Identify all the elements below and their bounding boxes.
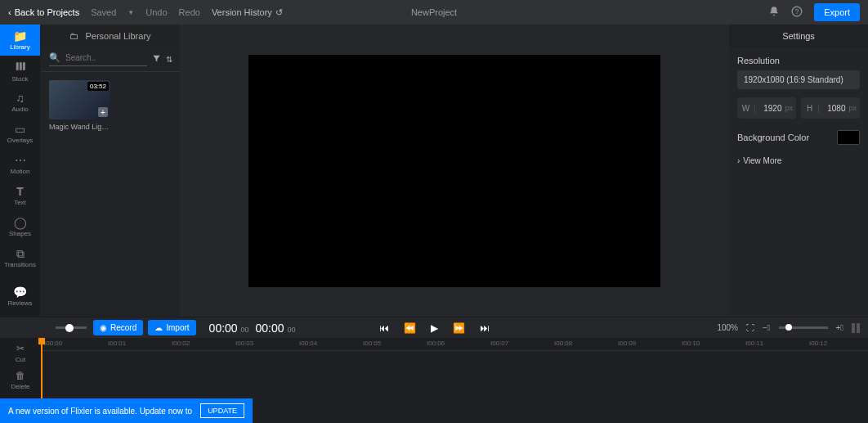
redo-button[interactable]: Redo: [179, 7, 200, 17]
zoom-thumb[interactable]: [785, 324, 792, 331]
resolution-label: Resolution: [737, 56, 860, 65]
timeline-tick: I00:12: [809, 340, 827, 347]
video-preview[interactable]: [248, 55, 660, 287]
media-clip[interactable]: 03:52 + Magic Wand Light...: [49, 80, 110, 131]
filter-icon[interactable]: [152, 54, 161, 65]
zoom-slider[interactable]: [779, 326, 828, 329]
cloud-icon: ☁: [154, 323, 163, 332]
scissors-icon: ✂: [16, 343, 25, 354]
version-history-label: Version History: [212, 7, 272, 17]
sidebar-item-audio[interactable]: ♫ Audio: [0, 87, 40, 118]
bg-color-swatch[interactable]: [837, 130, 860, 145]
width-field[interactable]: W 1920 px: [737, 97, 796, 119]
version-history-button[interactable]: Version History ↺: [212, 7, 283, 18]
width-unit: px: [785, 104, 796, 112]
timeline-tick: I00:04: [299, 340, 317, 347]
zoom-controls: 100% ⛶ −⃝ +⃝: [717, 323, 860, 333]
sidebar-item-text[interactable]: T Text: [0, 180, 40, 211]
undo-button[interactable]: Undo: [145, 7, 167, 17]
width-label: W: [737, 104, 755, 113]
fullscreen-icon[interactable]: ⛶: [746, 323, 754, 332]
topbar: ‹ Back to Projects Saved ▼ Undo Redo Ver…: [0, 0, 868, 25]
play-icon[interactable]: ▶: [431, 322, 438, 334]
library-header[interactable]: 🗀 Personal Library: [41, 25, 180, 47]
skip-end-icon[interactable]: ⏭: [480, 322, 490, 334]
time-current-ms: 00: [241, 326, 249, 334]
sidebar-item-library[interactable]: 📁 Library: [0, 25, 40, 56]
chevron-down-icon[interactable]: ▼: [128, 9, 134, 16]
chevron-left-icon: ‹: [8, 7, 11, 17]
record-label: Record: [110, 323, 136, 332]
help-icon[interactable]: ?: [791, 6, 803, 20]
update-button[interactable]: UPDATE: [200, 403, 244, 418]
update-banner: A new version of Flixier is available. U…: [0, 398, 253, 423]
search-icon: 🔍: [49, 52, 60, 63]
time-total-ms: 00: [287, 326, 295, 334]
width-value[interactable]: 1920: [755, 104, 785, 113]
add-clip-button[interactable]: +: [98, 107, 108, 117]
text-icon: T: [16, 186, 24, 197]
skip-start-icon[interactable]: ⏮: [379, 322, 389, 334]
sidebar-item-label: Library: [10, 43, 29, 51]
volume-thumb[interactable]: [65, 324, 74, 332]
controls-bar: ◉ Record ☁ Import 00:00 00 00:00 00 ⏮ ⏪ …: [0, 317, 868, 338]
sidebar-item-shapes[interactable]: ◯ Shapes: [0, 211, 40, 242]
clip-thumbnail: 03:52 +: [49, 80, 110, 119]
timeline-tick: I00:00: [44, 340, 62, 347]
back-label: Back to Projects: [15, 7, 79, 17]
clip-label: Magic Wand Light...: [49, 123, 110, 131]
bg-color-label: Background Color: [737, 133, 809, 142]
search-input-wrap[interactable]: 🔍: [49, 52, 147, 66]
bell-icon[interactable]: [768, 6, 780, 20]
folder-icon: 🗀: [69, 31, 78, 41]
export-button[interactable]: Export: [814, 3, 860, 21]
time-current: 00:00: [209, 322, 238, 335]
view-more-button[interactable]: › View More: [737, 156, 860, 165]
saved-status: Saved: [91, 7, 116, 17]
sidebar-item-stock[interactable]: Stock: [0, 56, 40, 87]
timeline-tick: I00:07: [490, 340, 508, 347]
settings-title: Settings: [729, 25, 868, 47]
playback-controls: ⏮ ⏪ ▶ ⏩ ⏭: [379, 322, 490, 334]
height-value[interactable]: 1080: [819, 104, 848, 113]
zoom-level: 100%: [717, 323, 738, 332]
preview-area: [180, 25, 729, 317]
sidebar-item-transitions[interactable]: ⧉ Transitions: [0, 242, 40, 273]
sidebar-item-label: Reviews: [7, 299, 32, 307]
resolution-select[interactable]: 1920x1080 (16:9 Standard): [737, 70, 860, 89]
import-label: Import: [166, 323, 189, 332]
transitions-icon: ⧉: [16, 248, 25, 259]
cut-button[interactable]: ✂Cut: [16, 343, 25, 363]
main-area: 📁 Library Stock ♫ Audio ▭ Overlays ⋯ Mot…: [0, 25, 868, 317]
sidebar-item-label: Overlays: [7, 137, 34, 144]
zoom-out-icon[interactable]: −⃝: [763, 323, 771, 332]
search-input[interactable]: [65, 53, 147, 62]
volume-slider[interactable]: [56, 326, 87, 329]
library-panel: 🗀 Personal Library 🔍 ⇅ 03:52 + Magic Wan…: [41, 25, 180, 317]
sidebar-item-reviews[interactable]: 💬 Reviews: [0, 281, 40, 312]
timeline-tick: I00:05: [363, 340, 381, 347]
project-title[interactable]: NewProject: [411, 7, 457, 17]
snap-icon[interactable]: [852, 323, 860, 333]
stock-icon: [15, 61, 26, 74]
motion-icon: ⋯: [15, 155, 26, 166]
delete-button[interactable]: 🗑Delete: [11, 370, 29, 390]
timeline-tick: I00:10: [682, 340, 700, 347]
sidebar-item-motion[interactable]: ⋯ Motion: [0, 149, 40, 180]
import-button[interactable]: ☁ Import: [148, 320, 195, 335]
timeline-tick: I00:09: [618, 340, 636, 347]
forward-icon[interactable]: ⏩: [453, 322, 465, 334]
sidebar-item-overlays[interactable]: ▭ Overlays: [0, 118, 40, 149]
height-field[interactable]: H 1080 px: [801, 97, 860, 119]
shapes-icon: ◯: [14, 217, 27, 228]
zoom-in-icon[interactable]: +⃝: [836, 323, 844, 332]
sidebar-item-label: Audio: [11, 106, 28, 113]
record-button[interactable]: ◉ Record: [93, 320, 143, 335]
timeline-ruler[interactable]: I00:00 I00:01 I00:02 I00:03 I00:04 I00:0…: [41, 338, 868, 351]
rewind-icon[interactable]: ⏪: [404, 322, 416, 334]
update-text: A new version of Flixier is available. U…: [8, 407, 192, 416]
sidebar: 📁 Library Stock ♫ Audio ▭ Overlays ⋯ Mot…: [0, 25, 41, 317]
back-to-projects-button[interactable]: ‹ Back to Projects: [8, 7, 79, 17]
time-total: 00:00: [256, 322, 284, 335]
sort-icon[interactable]: ⇅: [166, 55, 172, 64]
